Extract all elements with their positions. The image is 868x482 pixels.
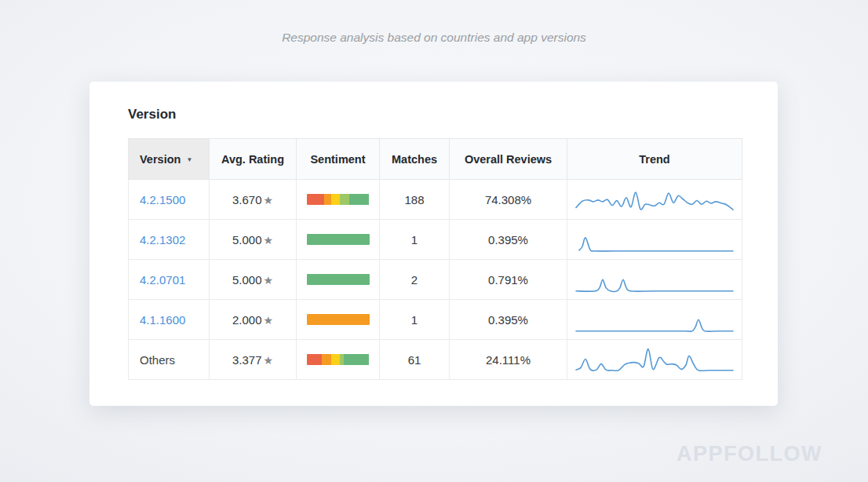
sentiment-bar [307, 354, 370, 365]
column-header-version[interactable]: Version▼ [129, 139, 210, 180]
matches-cell: 2 [380, 260, 450, 300]
sentiment-segment-orange [307, 314, 370, 325]
trend-sparkline [572, 342, 737, 377]
trend-sparkline [572, 182, 737, 217]
matches-cell: 1 [380, 220, 450, 260]
star-icon: ★ [263, 194, 273, 206]
matches-cell: 61 [380, 340, 450, 380]
avg-rating-cell: 3.377★ [210, 340, 297, 380]
star-icon: ★ [263, 314, 273, 327]
star-icon: ★ [263, 274, 273, 287]
avg-rating-value: 5.000 [232, 273, 262, 287]
column-header-avg-rating[interactable]: Avg. Rating [210, 139, 297, 180]
sentiment-cell [297, 220, 380, 260]
sentiment-segment-green [344, 354, 369, 365]
sentiment-segment-green [307, 234, 370, 245]
sentiment-segment-yellow [331, 194, 339, 205]
star-icon: ★ [263, 354, 273, 367]
panel-title: Version [128, 107, 176, 122]
version-link[interactable]: 4.2.0701 [140, 273, 185, 287]
page-subtitle: Response analysis based on countries and… [0, 31, 868, 45]
matches-cell: 1 [380, 300, 450, 340]
table-header-row: Version▼ Avg. Rating Sentiment Matches O… [129, 139, 742, 180]
column-header-overall-reviews[interactable]: Overall Reviews [450, 139, 567, 180]
trend-sparkline [572, 302, 737, 337]
version-cell: 4.1.1600 [129, 300, 210, 340]
table-row: 4.2.15003.670★18874.308% [129, 180, 742, 220]
sentiment-segment-red [307, 354, 322, 365]
column-header-matches[interactable]: Matches [380, 139, 450, 180]
version-cell: 4.2.0701 [129, 260, 210, 300]
overall-reviews-cell: 24.111% [450, 340, 567, 380]
avg-rating-cell: 2.000★ [210, 300, 297, 340]
trend-cell [567, 340, 742, 380]
trend-sparkline [572, 262, 737, 297]
trend-cell [567, 220, 742, 260]
sentiment-cell [297, 260, 380, 300]
avg-rating-value: 3.670 [232, 193, 262, 206]
star-icon: ★ [263, 234, 273, 246]
version-link[interactable]: 4.1.1600 [140, 313, 185, 327]
avg-rating-cell: 3.670★ [210, 180, 297, 220]
overall-reviews-cell: 74.308% [450, 180, 567, 220]
sentiment-bar [307, 314, 370, 325]
version-table: Version▼ Avg. Rating Sentiment Matches O… [128, 138, 742, 380]
version-link[interactable]: 4.2.1500 [140, 193, 185, 206]
table-row: Others3.377★6124.111% [129, 340, 742, 380]
version-label: Others [140, 353, 175, 367]
trend-sparkline [572, 222, 737, 257]
column-header-sentiment[interactable]: Sentiment [297, 139, 380, 180]
sentiment-segment-green [307, 274, 370, 285]
trend-cell [567, 300, 742, 340]
version-link[interactable]: 4.2.1302 [140, 233, 185, 246]
table-row: 4.1.16002.000★10.395% [129, 300, 742, 340]
trend-cell [567, 260, 742, 300]
avg-rating-cell: 5.000★ [210, 260, 297, 300]
sentiment-bar [307, 234, 370, 245]
table-row: 4.2.07015.000★20.791% [129, 260, 742, 300]
version-cell: 4.2.1500 [129, 180, 210, 220]
appfollow-logo: APPFOLLOW [677, 442, 822, 466]
sentiment-segment-yellow [331, 354, 339, 365]
sentiment-segment-orange [322, 354, 332, 365]
avg-rating-value: 3.377 [232, 353, 262, 367]
sort-descending-icon: ▼ [186, 156, 192, 163]
sentiment-segment-orange [324, 194, 332, 205]
table-row: 4.2.13025.000★10.395% [129, 220, 742, 260]
sentiment-cell [297, 340, 380, 380]
avg-rating-value: 2.000 [232, 313, 262, 327]
matches-cell: 188 [380, 180, 450, 220]
version-cell: Others [129, 340, 210, 380]
sentiment-segment-lightgreen [340, 194, 349, 205]
avg-rating-value: 5.000 [232, 233, 262, 246]
overall-reviews-cell: 0.791% [450, 260, 567, 300]
overall-reviews-cell: 0.395% [450, 300, 567, 340]
column-header-trend[interactable]: Trend [567, 139, 742, 180]
column-header-label: Version [140, 153, 181, 166]
sentiment-segment-red [307, 194, 324, 205]
avg-rating-cell: 5.000★ [210, 220, 297, 260]
sentiment-cell [297, 300, 380, 340]
version-panel: Version Version▼ Avg. Rating Sentiment M… [89, 82, 778, 406]
version-cell: 4.2.1302 [129, 220, 210, 260]
sentiment-segment-green [349, 194, 370, 205]
sentiment-bar [307, 194, 370, 205]
overall-reviews-cell: 0.395% [450, 220, 567, 260]
sentiment-bar [307, 274, 370, 285]
trend-cell [567, 180, 742, 220]
sentiment-cell [297, 180, 380, 220]
